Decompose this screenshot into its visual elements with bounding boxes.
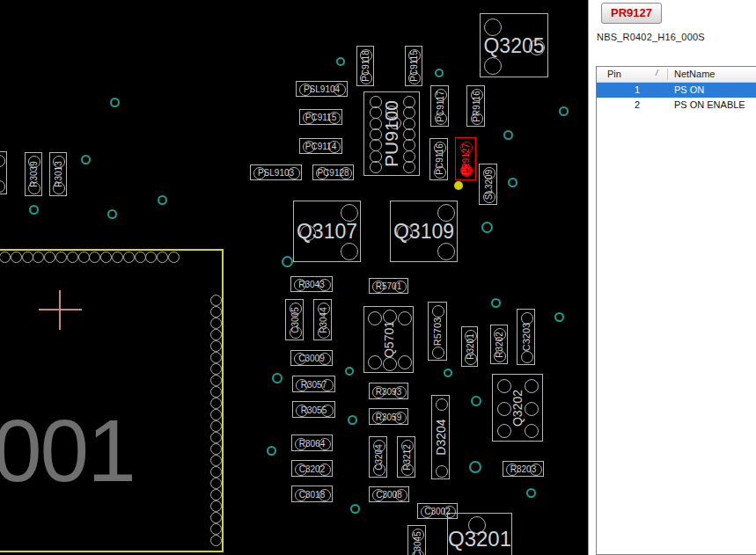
- module-pad: [210, 306, 222, 318]
- module-pad: [210, 386, 222, 398]
- column-divider[interactable]: [667, 69, 668, 80]
- component-q3202[interactable]: Q3202: [492, 374, 543, 442]
- component-pad: [497, 379, 511, 393]
- component-pad: [368, 311, 382, 325]
- component-unlabeled[interactable]: [0, 151, 7, 194]
- component-r3013[interactable]: R3013: [49, 152, 67, 196]
- component-pad: [370, 161, 382, 173]
- netname-column-header[interactable]: NetName: [674, 69, 715, 79]
- part-info-panel: PR9127 NBS_R0402_H16_000S Pin / NetName …: [588, 0, 756, 555]
- component-c3005[interactable]: C3005: [285, 299, 304, 340]
- component-d3204[interactable]: D3204: [431, 395, 450, 479]
- component-q3201[interactable]: Q3201: [447, 513, 512, 555]
- component-refdes: Q3202: [510, 389, 525, 426]
- component-r5701[interactable]: R5701: [369, 278, 408, 294]
- component-r3044[interactable]: R3044: [313, 299, 332, 340]
- component-q3109[interactable]: Q3109: [390, 201, 458, 262]
- component-pu9100[interactable]: PU9100: [363, 91, 420, 176]
- component-refdes: Q5701: [382, 321, 396, 358]
- refdes-button[interactable]: PR9127: [601, 3, 662, 24]
- component-r3203[interactable]: R3203: [503, 461, 544, 477]
- component-pad: [525, 424, 539, 438]
- netname-cell: PS ON ENABLE: [667, 98, 745, 113]
- component-r3057[interactable]: R3057: [292, 376, 335, 392]
- component-c3009[interactable]: C3009: [290, 350, 333, 366]
- component-pc9114[interactable]: PC9114: [299, 138, 342, 154]
- module-refdes-text: 001: [0, 406, 135, 494]
- component-c3203[interactable]: C3203: [517, 309, 535, 365]
- component-r3064[interactable]: R3064: [291, 435, 333, 451]
- component-pc9115[interactable]: PC9115: [405, 46, 422, 86]
- component-q5701[interactable]: Q5701: [363, 306, 414, 373]
- component-pc9118[interactable]: PC9118: [356, 46, 374, 86]
- component-q3107[interactable]: Q3107: [293, 201, 361, 262]
- component-refdes: R3044: [318, 307, 327, 332]
- via: [471, 396, 481, 406]
- component-pad: [398, 311, 412, 325]
- component-pc9117[interactable]: PC9117: [430, 85, 449, 127]
- pin-table-row[interactable]: 2PS ON ENABLE: [597, 98, 756, 113]
- component-pc9116[interactable]: PC9116: [429, 138, 448, 180]
- component-r3043[interactable]: R3043: [290, 276, 333, 292]
- part-number-label: NBS_R0402_H16_000S: [597, 32, 705, 42]
- component-pad: [341, 243, 358, 260]
- component-r5703[interactable]: R5703: [428, 302, 447, 361]
- component-c3008[interactable]: C3008: [369, 486, 409, 502]
- pin-cell: 1: [597, 83, 667, 98]
- component-sl3209[interactable]: SL3209: [479, 164, 497, 205]
- component-r3212[interactable]: R3212: [397, 436, 415, 478]
- component-pr9127[interactable]: PR91271: [455, 137, 476, 180]
- pin-cell: 2: [597, 98, 667, 113]
- module-pad: [210, 512, 222, 523]
- pcb-canvas[interactable]: 001R3039R3013PSL9104PC9118PC9115PC9115PC…: [0, 0, 588, 555]
- component-refdes: C3203: [521, 323, 532, 351]
- pin-table-row[interactable]: 1PS ON: [597, 83, 756, 98]
- component-refdes: SL3209: [483, 169, 493, 199]
- pin-table-body: 1PS ON2PS ON ENABLE: [597, 83, 756, 113]
- module-pad: [78, 252, 90, 263]
- component-pc9128[interactable]: PC9128: [312, 164, 354, 180]
- component-pad: [370, 139, 382, 151]
- module-pad: [135, 252, 146, 263]
- component-r3201[interactable]: R3201: [461, 326, 478, 367]
- component-pad: [497, 402, 511, 416]
- component-refdes: PC9115: [305, 113, 336, 122]
- netname-cell: PS ON: [667, 83, 704, 98]
- component-r3055[interactable]: R3055: [292, 401, 335, 418]
- component-refdes: R3039: [29, 161, 39, 186]
- module-pad: [210, 398, 222, 409]
- pin-column-header[interactable]: Pin: [607, 69, 621, 79]
- component-psl9104[interactable]: PSL9104: [296, 81, 348, 97]
- component-r3093[interactable]: R3093: [369, 383, 408, 399]
- via: [110, 98, 120, 107]
- via: [554, 312, 564, 322]
- module-pad: [55, 252, 67, 263]
- component-c3018[interactable]: C3018: [291, 486, 333, 502]
- via: [350, 504, 360, 514]
- component-refdes: R3043: [298, 280, 324, 289]
- via: [336, 57, 345, 66]
- component-pad: [497, 424, 511, 438]
- component-r3059[interactable]: R3059: [369, 408, 408, 425]
- component-c3045[interactable]: C3045: [407, 525, 426, 555]
- component-r3039[interactable]: R3039: [25, 152, 42, 196]
- component-refdes: C3009: [298, 354, 324, 363]
- component-refdes: Q3205: [483, 33, 544, 57]
- component-refdes: PC9118: [361, 50, 371, 81]
- component-pad: [436, 465, 448, 478]
- via: [444, 369, 452, 377]
- component-pad: [436, 398, 448, 411]
- component-psl9103[interactable]: PSL9103: [250, 164, 302, 180]
- via: [107, 209, 117, 219]
- component-q3205[interactable]: Q3205: [480, 13, 548, 77]
- component-pr9116[interactable]: PR9116: [466, 85, 485, 127]
- component-pc9115[interactable]: PC9115: [299, 109, 342, 125]
- component-refdes: R3203: [510, 464, 536, 474]
- component-c3202[interactable]: C3202: [291, 460, 333, 477]
- module-pad: [210, 363, 222, 375]
- module-pad: [123, 252, 135, 263]
- component-c3204[interactable]: C3204: [369, 436, 387, 478]
- component-refdes: PC9115: [409, 50, 419, 81]
- component-r3202[interactable]: R3202: [490, 325, 508, 364]
- component-refdes: PC9117: [435, 91, 444, 121]
